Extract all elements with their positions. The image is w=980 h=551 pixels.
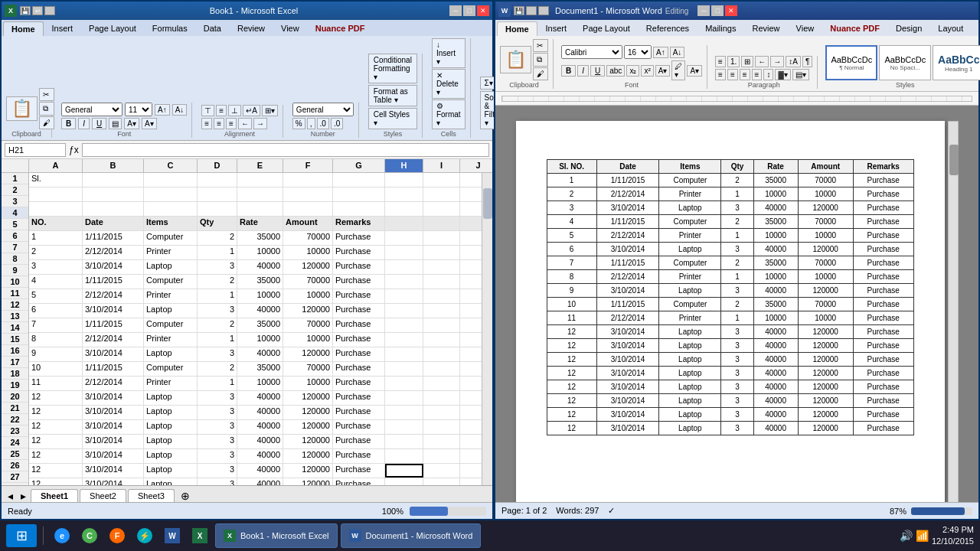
cell-C2[interactable]	[144, 187, 198, 201]
cell-E9[interactable]: 10000	[237, 289, 283, 303]
col-header-I[interactable]: I	[423, 159, 460, 172]
merge-btn[interactable]: ⊞▾	[262, 105, 278, 116]
word-tab-nuance[interactable]: Nuance PDF	[822, 21, 887, 36]
col-header-E[interactable]: E	[237, 159, 283, 172]
cell-C5[interactable]: Computer	[144, 231, 198, 245]
cell-E11[interactable]: 35000	[237, 318, 283, 332]
word-tab-layout[interactable]: Layout	[930, 21, 971, 36]
cell-J18[interactable]	[460, 420, 482, 434]
word-borders-btn[interactable]: ▤▾	[792, 69, 809, 80]
word-italic-btn[interactable]: I	[577, 65, 589, 77]
cell-G19[interactable]: Purchase	[333, 435, 385, 448]
decrease-font-btn[interactable]: A↓	[172, 104, 188, 116]
cell-styles-btn[interactable]: Cell Styles ▾	[368, 108, 417, 129]
cell-J4[interactable]	[460, 217, 482, 230]
indent-inc-btn[interactable]: →	[253, 118, 267, 129]
cell-F4[interactable]: Amount	[283, 217, 333, 230]
cell-E6[interactable]: 10000	[237, 246, 283, 259]
col-header-H[interactable]: H	[385, 159, 423, 172]
cell-E10[interactable]: 40000	[237, 304, 283, 318]
cell-A4[interactable]: NO.	[29, 217, 83, 230]
sheet-tab-2[interactable]: Sheet2	[80, 489, 126, 502]
cell-A15[interactable]: 11	[29, 377, 83, 390]
cell-C8[interactable]: Computer	[144, 275, 198, 289]
style-heading1-btn[interactable]: AaBbCc Heading 1	[933, 45, 980, 80]
cell-E5[interactable]: 35000	[237, 231, 283, 245]
cell-D9[interactable]: 1	[198, 289, 237, 303]
taskbar-flash-icon[interactable]: ⚡	[132, 523, 157, 548]
bold-btn[interactable]: B	[61, 118, 76, 129]
cell-F18[interactable]: 120000	[283, 420, 333, 434]
align-left-btn[interactable]: ≡	[201, 118, 212, 129]
word-font-select[interactable]: Calibri	[561, 45, 622, 59]
cell-E22[interactable]: 40000	[237, 478, 283, 485]
cell-H18[interactable]	[385, 420, 423, 434]
cell-F2[interactable]	[283, 187, 333, 201]
word-shrink-font-btn[interactable]: A↓	[670, 47, 685, 58]
cell-E1[interactable]	[237, 173, 283, 187]
cell-E18[interactable]: 40000	[237, 420, 283, 434]
word-font-size[interactable]: 16	[624, 45, 652, 59]
cell-E19[interactable]: 40000	[237, 435, 283, 448]
font-size-select[interactable]: 11	[125, 103, 152, 116]
sheet-tab-3[interactable]: Sheet3	[128, 489, 175, 502]
cell-G18[interactable]: Purchase	[333, 420, 385, 434]
cell-C13[interactable]: Laptop	[144, 347, 198, 361]
excel-tab-formulas[interactable]: Formulas	[145, 21, 195, 36]
cell-A3[interactable]	[29, 202, 83, 216]
word-sup-btn[interactable]: x²	[641, 65, 653, 77]
cell-J14[interactable]	[460, 362, 482, 376]
taskbar-chrome-icon[interactable]: C	[77, 523, 102, 548]
cell-J9[interactable]	[460, 289, 482, 303]
cell-B22[interactable]: 3/10/2014	[83, 478, 144, 485]
word-cut-btn[interactable]: ✂	[533, 39, 548, 52]
excel-tab-pagelayout[interactable]: Page Layout	[81, 21, 144, 36]
formula-input[interactable]	[82, 143, 489, 157]
cell-D2[interactable]	[198, 187, 237, 201]
cell-J22[interactable]	[460, 478, 482, 485]
cell-H5[interactable]	[385, 231, 423, 245]
cell-D21[interactable]: 3	[198, 464, 237, 478]
cell-F12[interactable]: 10000	[283, 333, 333, 347]
cell-F15[interactable]: 10000	[283, 377, 333, 390]
cell-H20[interactable]	[385, 449, 423, 463]
cell-A11[interactable]: 7	[29, 318, 83, 332]
cell-C21[interactable]: Laptop	[144, 464, 198, 478]
fill-color-btn[interactable]: A▾	[124, 118, 139, 129]
sheet-nav-right[interactable]: ▸	[18, 490, 29, 502]
cell-I11[interactable]	[423, 318, 460, 332]
cell-B13[interactable]: 3/10/2014	[83, 347, 144, 361]
cell-F8[interactable]: 70000	[283, 275, 333, 289]
cell-G3[interactable]	[333, 202, 385, 216]
taskbar-excel-task[interactable]: X Book1 - Microsoft Excel	[215, 523, 338, 548]
cell-A21[interactable]: 12	[29, 464, 83, 478]
cell-F21[interactable]: 120000	[283, 464, 333, 478]
cell-C20[interactable]: Laptop	[144, 449, 198, 463]
excel-tab-view[interactable]: View	[273, 21, 307, 36]
word-indent-dec[interactable]: ←	[755, 56, 769, 67]
cell-I4[interactable]	[423, 217, 460, 230]
cell-G2[interactable]	[333, 187, 385, 201]
cell-C7[interactable]: Laptop	[144, 260, 198, 274]
cell-J5[interactable]	[460, 231, 482, 245]
cell-F7[interactable]: 120000	[283, 260, 333, 274]
cell-I17[interactable]	[423, 406, 460, 419]
cell-D22[interactable]: 3	[198, 478, 237, 485]
cell-A19[interactable]: 12	[29, 435, 83, 448]
cell-C9[interactable]: Printer	[144, 289, 198, 303]
cell-C1[interactable]	[144, 173, 198, 187]
cell-B14[interactable]: 1/11/2015	[83, 362, 144, 376]
word-scrollbar-thumb[interactable]	[949, 145, 959, 175]
cell-B4[interactable]: Date	[83, 217, 144, 230]
italic-btn[interactable]: I	[78, 118, 90, 129]
cell-F11[interactable]: 70000	[283, 318, 333, 332]
cell-J10[interactable]	[460, 304, 482, 318]
cell-E7[interactable]: 40000	[237, 260, 283, 274]
cell-F9[interactable]: 10000	[283, 289, 333, 303]
cell-C14[interactable]: Computer	[144, 362, 198, 376]
word-underline-btn[interactable]: U	[590, 65, 605, 77]
excel-redo[interactable]	[44, 6, 55, 15]
cell-E3[interactable]	[237, 202, 283, 216]
cell-H10[interactable]	[385, 304, 423, 318]
cell-G21[interactable]: Purchase	[333, 464, 385, 478]
